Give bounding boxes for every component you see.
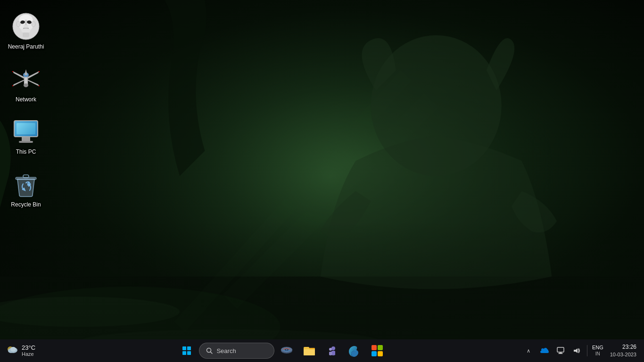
svg-point-4 bbox=[0, 296, 180, 327]
svg-point-18 bbox=[21, 28, 31, 33]
svg-point-21 bbox=[32, 21, 35, 27]
svg-line-7 bbox=[180, 75, 406, 327]
svg-marker-26 bbox=[13, 71, 24, 79]
taskbar-app-teams[interactable] bbox=[322, 340, 342, 361]
language-sub: IN bbox=[595, 351, 600, 357]
taskbar-center: Search bbox=[47, 339, 517, 362]
weather-icon bbox=[6, 343, 19, 359]
taskbar-app-store[interactable] bbox=[367, 340, 388, 361]
taskbar-app-edge[interactable] bbox=[344, 340, 365, 361]
svg-point-8 bbox=[371, 35, 501, 176]
svg-rect-40 bbox=[182, 346, 186, 350]
tray-language-indicator[interactable]: ENG IN bbox=[590, 342, 605, 359]
svg-point-1 bbox=[79, 0, 582, 362]
weather-widget[interactable]: 23°C Haze bbox=[0, 339, 47, 362]
language-main: ENG bbox=[592, 345, 603, 351]
svg-marker-28 bbox=[13, 80, 24, 86]
svg-point-25 bbox=[24, 83, 28, 87]
clock-area[interactable]: 23:26 10-03-2023 bbox=[606, 342, 640, 359]
desktop: Neeraj Paruthi bbox=[0, 0, 644, 362]
weather-text: 23°C Haze bbox=[22, 344, 35, 358]
tray-display-icon[interactable] bbox=[553, 342, 568, 359]
svg-line-6 bbox=[230, 100, 431, 302]
xwing-icon bbox=[11, 64, 41, 94]
svg-marker-24 bbox=[25, 69, 27, 75]
svg-point-52 bbox=[331, 346, 335, 350]
weather-temperature: 23°C bbox=[22, 344, 35, 352]
desktop-icons: Neeraj Paruthi bbox=[0, 0, 52, 220]
svg-rect-57 bbox=[378, 351, 383, 356]
svg-line-45 bbox=[211, 352, 213, 354]
tray-volume-icon[interactable] bbox=[569, 342, 584, 359]
svg-rect-51 bbox=[304, 349, 315, 355]
icon-label-recycle-bin: Recycle Bin bbox=[11, 201, 41, 209]
svg-rect-42 bbox=[182, 351, 186, 355]
icon-label-user-profile: Neeraj Paruthi bbox=[8, 43, 44, 51]
search-bar[interactable]: Search bbox=[199, 343, 274, 359]
svg-rect-43 bbox=[187, 351, 191, 355]
svg-rect-56 bbox=[372, 351, 377, 356]
recycle-bin-icon bbox=[11, 169, 41, 199]
svg-point-49 bbox=[286, 349, 288, 350]
desktop-icon-recycle-bin[interactable]: Recycle Bin bbox=[5, 167, 47, 211]
svg-point-53 bbox=[329, 348, 332, 351]
icon-label-network: Network bbox=[16, 96, 36, 104]
icon-label-this-pc: This PC bbox=[16, 148, 36, 156]
svg-rect-19 bbox=[23, 33, 29, 37]
svg-point-39 bbox=[10, 347, 16, 352]
svg-marker-27 bbox=[28, 71, 39, 79]
desktop-icon-user-profile[interactable]: Neeraj Paruthi bbox=[5, 9, 47, 53]
clock-time: 23:26 bbox=[622, 344, 636, 351]
svg-point-20 bbox=[17, 21, 20, 27]
stormtrooper-icon bbox=[11, 11, 41, 41]
taskbar-app-media-player[interactable] bbox=[276, 340, 297, 361]
clock-date: 10-03-2023 bbox=[610, 351, 636, 358]
system-tray: ∧ bbox=[517, 339, 644, 362]
svg-marker-29 bbox=[28, 80, 39, 86]
desktop-icon-network[interactable]: Network bbox=[5, 62, 47, 106]
tray-onedrive-icon[interactable] bbox=[537, 342, 552, 359]
weather-condition: Haze bbox=[22, 351, 35, 357]
svg-marker-61 bbox=[574, 348, 578, 353]
search-label: Search bbox=[216, 347, 236, 354]
taskbar-app-file-explorer[interactable] bbox=[299, 340, 320, 361]
svg-rect-55 bbox=[378, 345, 383, 350]
svg-rect-15 bbox=[24, 25, 28, 27]
svg-rect-0 bbox=[0, 0, 644, 362]
svg-rect-58 bbox=[557, 347, 564, 352]
tray-divider bbox=[587, 345, 587, 356]
search-icon bbox=[206, 347, 213, 354]
svg-rect-41 bbox=[187, 346, 191, 350]
taskbar: 23°C Haze Search bbox=[0, 339, 644, 362]
monitor-icon bbox=[11, 116, 41, 147]
start-button[interactable] bbox=[176, 340, 197, 361]
tray-expand-button[interactable]: ∧ bbox=[521, 342, 536, 359]
svg-rect-54 bbox=[372, 345, 377, 350]
desktop-icon-this-pc[interactable]: This PC bbox=[5, 115, 47, 158]
